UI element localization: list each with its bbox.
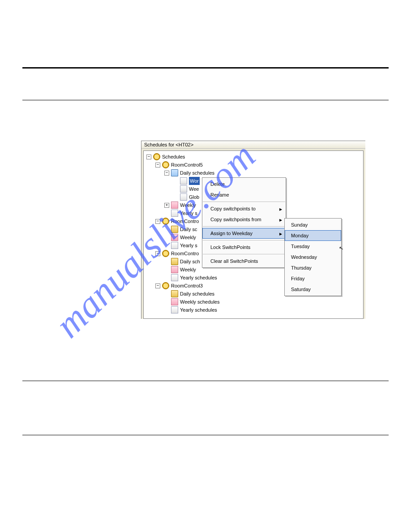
- tree-root-label: Schedules: [162, 153, 185, 161]
- menu-rename[interactable]: Rename: [202, 189, 286, 200]
- item-icon: [171, 274, 178, 281]
- item-icon: [180, 185, 187, 193]
- submenu-wednesday[interactable]: Wednesday: [285, 252, 341, 262]
- divider-thin-1: [22, 100, 389, 100]
- submenu-monday-label: Monday: [291, 233, 308, 238]
- tree-label: Daily schedules: [180, 169, 214, 177]
- tree-label: Yearly s: [180, 209, 197, 217]
- menu-delete[interactable]: Delete: [202, 179, 286, 189]
- tree-item[interactable]: − Daily schedules: [145, 169, 362, 177]
- submenu-thursday[interactable]: Thursday: [285, 262, 341, 273]
- tree-label: Yearly s: [180, 241, 197, 249]
- expander-icon[interactable]: +: [164, 203, 169, 208]
- schedules-window: Schedules for <HT02> − Schedules − RoomC…: [141, 141, 365, 319]
- tree-label: Glob: [189, 193, 199, 201]
- item-icon: [171, 298, 178, 305]
- window-title: Schedules for <HT02>: [141, 141, 365, 149]
- item-icon: [171, 234, 178, 241]
- clock-icon: [162, 250, 169, 257]
- menu-separator: [203, 254, 285, 254]
- menu-separator: [203, 226, 285, 227]
- item-icon: [180, 177, 187, 184]
- item-icon: [171, 266, 178, 273]
- tree-connector: [173, 179, 178, 183]
- submenu-friday[interactable]: Friday: [285, 273, 341, 284]
- folder-icon: [171, 258, 178, 265]
- menu-assign-weekday[interactable]: Assign to Weekday: [202, 228, 286, 239]
- submenu-monday[interactable]: Monday ↖: [285, 230, 341, 241]
- menu-clear-switchpoints[interactable]: Clear all SwitchPoints: [202, 256, 286, 266]
- menu-copy-from[interactable]: Copy switchpoints from: [202, 214, 286, 225]
- tree-item[interactable]: Weekly schedules: [145, 298, 362, 306]
- tree-label: Weekly: [180, 233, 196, 241]
- menu-separator: [203, 202, 285, 202]
- clock-icon: [162, 282, 169, 289]
- weekday-submenu[interactable]: Sunday Monday ↖ Tuesday Wednesday Thursd…: [284, 218, 342, 296]
- tree-label: RoomContro: [171, 249, 199, 257]
- tree-item[interactable]: Yearly schedules: [145, 306, 362, 314]
- tree-label: Yearly schedules: [180, 274, 217, 282]
- expander-icon[interactable]: −: [155, 251, 160, 256]
- tree-label: Yearly schedules: [180, 306, 217, 314]
- tree-label: Daily sch: [180, 257, 200, 266]
- tree-item[interactable]: − RoomControl5: [145, 161, 362, 169]
- tree-label: Wor: [189, 177, 200, 185]
- tree-label: Weekly: [180, 266, 196, 274]
- submenu-tuesday[interactable]: Tuesday: [285, 241, 341, 252]
- clock-icon: [153, 153, 160, 160]
- tree-label: Weekly: [180, 201, 196, 209]
- menu-lock-switchpoints[interactable]: Lock SwitchPoints: [202, 242, 286, 253]
- clock-icon: [162, 218, 169, 225]
- folder-icon: [171, 226, 178, 233]
- tree-label: Daily sc: [180, 225, 197, 233]
- item-icon: [171, 306, 178, 313]
- tree-label: Weekly schedules: [180, 298, 219, 306]
- folder-icon: [171, 290, 178, 297]
- folder-open-icon: [171, 169, 178, 176]
- item-icon: [171, 202, 178, 209]
- expander-icon[interactable]: −: [146, 154, 151, 159]
- tree-label: Daily schedules: [180, 290, 214, 298]
- expander-icon[interactable]: −: [155, 219, 160, 224]
- item-icon: [180, 193, 187, 201]
- context-menu[interactable]: Delete Rename Copy switchpoints to Copy …: [202, 177, 286, 268]
- divider-thick-top: [22, 67, 389, 69]
- clock-icon: [162, 161, 169, 168]
- tree-label: RoomControl5: [171, 161, 203, 169]
- expander-icon[interactable]: −: [164, 171, 169, 176]
- tree-view[interactable]: − Schedules − RoomControl5 − Daily sched…: [143, 150, 364, 319]
- tree-label: RoomControl3: [171, 282, 203, 290]
- menu-separator: [203, 240, 285, 240]
- menu-copy-to[interactable]: Copy switchpoints to: [202, 203, 286, 214]
- tree-label: RoomContro: [171, 217, 199, 225]
- divider-thin-2: [22, 381, 389, 381]
- expander-icon[interactable]: −: [155, 283, 160, 288]
- tree-label: Wee: [189, 185, 199, 193]
- item-icon: [171, 242, 178, 249]
- item-icon: [171, 210, 178, 217]
- divider-thin-3: [22, 435, 389, 435]
- submenu-sunday[interactable]: Sunday: [285, 219, 341, 230]
- expander-icon[interactable]: −: [155, 163, 160, 167]
- tree-root[interactable]: − Schedules: [145, 153, 362, 161]
- submenu-saturday[interactable]: Saturday: [285, 284, 341, 295]
